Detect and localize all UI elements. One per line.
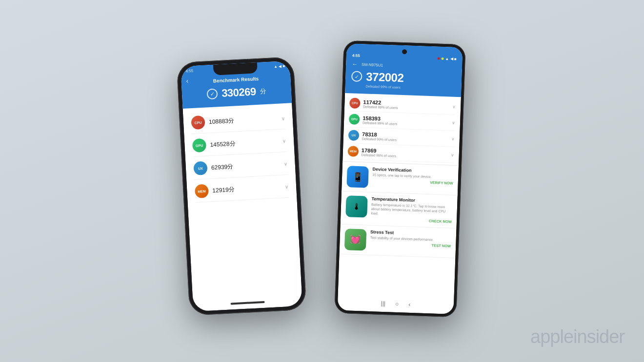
samsung-nav-recent[interactable]: ||| <box>381 300 386 306</box>
samsung-bench-value: 17869 <box>362 147 397 153</box>
bench-value: 108883分 <box>209 116 235 126</box>
samsung-badge-ux: UX <box>348 130 360 141</box>
samsung-screen-container: 4:55 ▲ ◀ ■ ← SM-N975U1 ✓ 372002 <box>338 43 463 314</box>
feature-card-icon: 🌡 <box>345 195 368 218</box>
feature-card-0[interactable]: 📱 Device Verification 15 specs, one tap … <box>342 161 459 195</box>
iphone-bench-row[interactable]: CPU 108883分 ∨ <box>191 107 285 134</box>
bench-badge-cpu: CPU <box>191 115 205 129</box>
iphone-screen: 4:55 ▲ ◀ ■ ‹ Benchmark Results ✓ 330269 … <box>181 60 302 311</box>
samsung-bench-chevron-icon: ∨ <box>452 120 455 125</box>
bench-badge-ux: UX <box>193 161 207 175</box>
samsung-badge-gpu: GPU <box>349 114 360 125</box>
bench-value: 62939分 <box>211 162 233 171</box>
iphone-bench-row[interactable]: UX 62939分 ∨ <box>193 153 288 180</box>
samsung-bench-chevron-icon: ∨ <box>451 152 454 157</box>
bench-chevron-icon: ∨ <box>282 115 285 120</box>
samsung-back-button[interactable]: ← <box>352 60 358 67</box>
bench-chevron-icon: ∨ <box>285 184 289 189</box>
samsung-score-row: ✓ 372002 <box>351 69 456 86</box>
samsung-nav-back[interactable]: ‹ <box>408 301 410 307</box>
iphone-score-number: 330269 <box>221 85 257 100</box>
samsung-bench-left: MEM 17869 Defeated 99% of users <box>348 146 397 158</box>
feature-card-2[interactable]: 💓 Stress Test Test stability of your dev… <box>340 225 457 258</box>
samsung-screen: 4:55 ▲ ◀ ■ ← SM-N975U1 ✓ 372002 <box>338 43 463 314</box>
samsung-bench-value: 117422 <box>363 98 398 105</box>
samsung-status-icons: ▲ ◀ ■ <box>437 56 456 61</box>
appleinsider-watermark: appleinsider <box>530 326 624 347</box>
iphone-screen-container: 4:55 ▲ ◀ ■ ‹ Benchmark Results ✓ 330269 … <box>181 60 302 311</box>
samsung-bench-chevron-icon: ∨ <box>452 104 456 109</box>
bench-value: 12919分 <box>212 185 235 194</box>
samsung-status-bar: 4:55 ▲ ◀ ■ <box>352 53 457 61</box>
bench-chevron-icon: ∨ <box>283 161 287 166</box>
samsung-bench-chevron-icon: ∨ <box>451 136 455 141</box>
bench-left: GPU 145528分 <box>192 136 236 152</box>
iphone-status-icons: ▲ ◀ ■ <box>274 63 285 68</box>
feature-card-1[interactable]: 🌡 Temperature Monitor Battery temperatur… <box>341 191 458 229</box>
samsung-punch-hole <box>402 49 407 54</box>
samsung-device-id: SM-N975U1 <box>362 62 383 67</box>
iphone-back-button[interactable]: ‹ <box>186 76 189 84</box>
feature-card-text: Stress Test Test stability of your devic… <box>370 229 451 248</box>
samsung-nav-bar: ← SM-N975U1 <box>352 60 456 71</box>
bench-left: MEM 12919分 <box>195 182 235 198</box>
samsung-bench-row[interactable]: MEM 17869 Defeated 99% of users ∨ <box>347 143 454 163</box>
feature-card-icon: 📱 <box>346 166 369 188</box>
iphone-device: 4:55 ▲ ◀ ■ ‹ Benchmark Results ✓ 330269 … <box>177 57 307 316</box>
scene: 4:55 ▲ ◀ ■ ‹ Benchmark Results ✓ 330269 … <box>0 0 644 362</box>
samsung-dot2 <box>441 57 443 59</box>
samsung-badge-mem: MEM <box>348 146 359 157</box>
samsung-bench-value: 78318 <box>362 131 397 137</box>
feature-card-text: Temperature Monitor Battery temperature … <box>371 196 453 224</box>
bench-left: UX 62939分 <box>193 159 234 175</box>
samsung-bench-value: 158393 <box>362 114 398 121</box>
samsung-nav-buttons: ||| ○ ‹ <box>381 300 411 307</box>
feature-card-text: Device Verification 15 specs, one tap to… <box>372 167 454 186</box>
samsung-time: 4:55 <box>352 53 360 58</box>
bench-badge-gpu: GPU <box>192 138 206 152</box>
iphone-screen-title: Benchmark Results <box>187 75 284 85</box>
samsung-bench-left: UX 78318 Defeated 99% of users <box>348 130 397 142</box>
samsung-feature-cards: 📱 Device Verification 15 specs, one tap … <box>338 161 459 314</box>
iphone-score-unit: 分 <box>260 87 266 96</box>
bench-left: CPU 108883分 <box>191 114 234 130</box>
iphone-benchmark-list: CPU 108883分 ∨ GPU 145528分 ∨ UX 62939分 ∨ … <box>183 103 303 311</box>
iphone-bench-row[interactable]: MEM 12919分 ∨ <box>194 175 289 202</box>
feature-card-desc: Battery temperature is 32.1°C. Tap to kn… <box>371 202 452 218</box>
feature-card-icon: 💓 <box>344 229 367 251</box>
bench-chevron-icon: ∨ <box>282 138 286 143</box>
iphone-bench-row[interactable]: GPU 145528分 ∨ <box>192 130 286 157</box>
samsung-bench-list: CPU 117422 Defeated 99% of users ∨ GPU 1… <box>342 93 461 165</box>
iphone-notch <box>213 62 258 75</box>
bench-value: 145528分 <box>210 139 236 149</box>
samsung-device: 4:55 ▲ ◀ ■ ← SM-N975U1 ✓ 372002 <box>334 40 465 317</box>
samsung-bench-left: GPU 158393 Defeated 99% of users <box>349 114 398 126</box>
samsung-nav-home[interactable]: ○ <box>395 300 399 307</box>
samsung-dot1 <box>437 57 440 59</box>
samsung-body: CPU 117422 Defeated 99% of users ∨ GPU 1… <box>338 93 461 314</box>
samsung-bench-left: CPU 117422 Defeated 99% of users <box>349 97 398 110</box>
iphone-score-check: ✓ <box>207 88 218 99</box>
samsung-badge-cpu: CPU <box>349 97 361 109</box>
samsung-score-number: 372002 <box>366 70 404 85</box>
iphone-total-score: ✓ 330269 分 <box>187 84 285 101</box>
samsung-score-check: ✓ <box>351 71 362 82</box>
bench-badge-mem: MEM <box>195 184 209 198</box>
iphone-time: 4:55 <box>185 68 193 73</box>
